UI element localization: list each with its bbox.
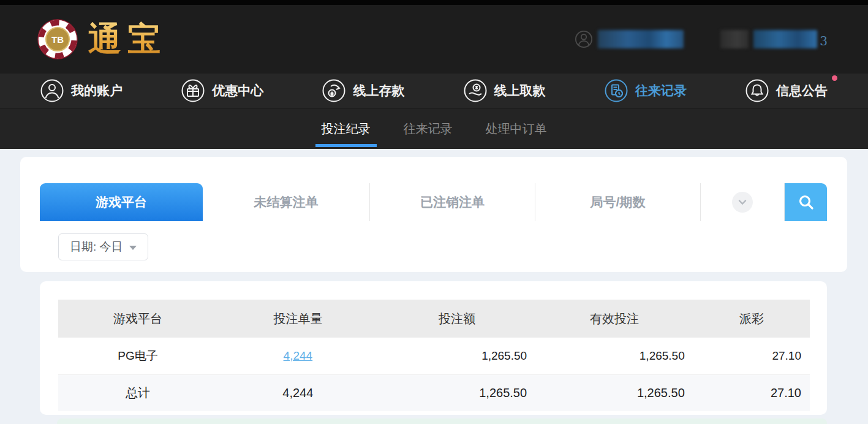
filter-tab-row: 游戏平台 未结算注单 已注销注单 局号/期数 bbox=[40, 183, 847, 221]
gift-circle-icon bbox=[181, 79, 205, 102]
top-black-strip bbox=[0, 0, 868, 5]
subnav-tab-bet-records[interactable]: 投注纪录 bbox=[320, 110, 372, 148]
filter-card: 游戏平台 未结算注单 已注销注单 局号/期数 日期: 今日 bbox=[20, 157, 847, 272]
svg-text:TB: TB bbox=[51, 34, 64, 45]
balance-info[interactable]: 3 bbox=[720, 30, 828, 48]
brand-logo[interactable]: TB 通宝 bbox=[37, 17, 167, 62]
user-avatar-icon bbox=[575, 30, 593, 48]
records-clock-icon bbox=[605, 79, 628, 102]
table-total-row: 总计 4,244 1,265.50 1,265.50 27.10 bbox=[58, 374, 810, 411]
nav-label: 线上存款 bbox=[353, 82, 404, 99]
filter-tab-cancelled[interactable]: 已注销注单 bbox=[370, 183, 535, 221]
main-nav: 我的账户 优惠中心 线上存款 线上取款 bbox=[0, 74, 868, 108]
nav-item-withdraw[interactable]: 线上取款 bbox=[464, 79, 546, 102]
poker-chip-logo-icon: TB bbox=[37, 18, 78, 60]
total-payout: 27.10 bbox=[693, 374, 810, 411]
caret-down-icon bbox=[129, 246, 137, 250]
nav-item-my-account[interactable]: 我的账户 bbox=[40, 79, 123, 102]
cell-valid-bet: 1,265.50 bbox=[535, 338, 693, 374]
nav-item-records[interactable]: 往来记录 bbox=[605, 79, 687, 102]
col-header-valid-bet: 有效投注 bbox=[535, 300, 693, 338]
search-icon bbox=[798, 194, 815, 211]
brand-name: 通宝 bbox=[88, 17, 167, 62]
nav-item-deposit[interactable]: 线上存款 bbox=[322, 79, 404, 102]
account-info[interactable] bbox=[575, 30, 684, 48]
redacted-label bbox=[720, 30, 749, 48]
table-card: 游戏平台 投注单量 投注额 有效投注 派彩 PG电子 4,244 1,265.5… bbox=[40, 281, 827, 415]
redacted-username bbox=[598, 30, 684, 48]
subnav-tab-transaction-records[interactable]: 往来记录 bbox=[402, 110, 454, 148]
nav-label: 我的账户 bbox=[71, 82, 123, 99]
total-valid-bet: 1,265.50 bbox=[535, 374, 693, 411]
user-circle-icon bbox=[40, 79, 64, 102]
total-label: 总计 bbox=[58, 374, 217, 411]
chevron-down-icon bbox=[732, 192, 753, 213]
page-content: 游戏平台 未结算注单 已注销注单 局号/期数 日期: 今日 bbox=[0, 149, 868, 424]
col-header-platform: 游戏平台 bbox=[58, 300, 217, 338]
notification-dot bbox=[832, 75, 837, 81]
user-zone: 3 bbox=[575, 30, 828, 48]
bet-summary-table: 游戏平台 投注单量 投注额 有效投注 派彩 PG电子 4,244 1,265.5… bbox=[58, 300, 810, 411]
col-header-bet-amount: 投注额 bbox=[379, 300, 535, 338]
nav-item-announcements[interactable]: 信息公告 bbox=[745, 79, 828, 102]
bet-count-link[interactable]: 4,244 bbox=[284, 349, 313, 362]
table-row: PG电子 4,244 1,265.50 1,265.50 27.10 bbox=[58, 338, 810, 374]
filter-tab-unsettled[interactable]: 未结算注单 bbox=[203, 183, 370, 221]
nav-item-promotions[interactable]: 优惠中心 bbox=[181, 79, 263, 102]
nav-label: 往来记录 bbox=[635, 82, 687, 99]
filter-tab-round-number[interactable]: 局号/期数 bbox=[535, 183, 701, 221]
cell-bet-amount: 1,265.50 bbox=[379, 338, 535, 374]
subnav-tab-processing-orders[interactable]: 处理中订单 bbox=[485, 110, 548, 148]
total-bet-amount: 1,265.50 bbox=[379, 374, 535, 411]
nav-label: 信息公告 bbox=[776, 82, 828, 99]
total-bet-count: 4,244 bbox=[217, 374, 379, 411]
bell-icon bbox=[745, 79, 769, 102]
col-header-payout: 派彩 bbox=[693, 300, 810, 338]
filter-tab-game-platform[interactable]: 游戏平台 bbox=[40, 183, 203, 221]
cell-platform: PG电子 bbox=[58, 338, 217, 374]
date-filter-row: 日期: 今日 bbox=[40, 233, 847, 260]
table-header-row: 游戏平台 投注单量 投注额 有效投注 派彩 bbox=[58, 300, 810, 338]
cell-payout: 27.10 bbox=[693, 338, 810, 374]
filter-expander[interactable] bbox=[701, 183, 785, 221]
header: TB 通宝 3 bbox=[0, 5, 868, 74]
date-filter-label: 日期: 今日 bbox=[70, 239, 123, 255]
date-filter-button[interactable]: 日期: 今日 bbox=[58, 233, 148, 260]
col-header-bet-count: 投注单量 bbox=[217, 300, 379, 338]
nav-label: 线上取款 bbox=[494, 82, 546, 99]
search-button[interactable] bbox=[785, 183, 827, 221]
withdraw-hand-icon bbox=[464, 79, 487, 102]
notice-bar bbox=[57, 418, 827, 424]
redacted-balance bbox=[753, 30, 817, 48]
nav-label: 优惠中心 bbox=[212, 82, 263, 99]
balance-suffix: 3 bbox=[820, 34, 828, 48]
deposit-hand-icon bbox=[322, 79, 345, 102]
sub-nav: 投注纪录 往来记录 处理中订单 bbox=[0, 108, 868, 149]
